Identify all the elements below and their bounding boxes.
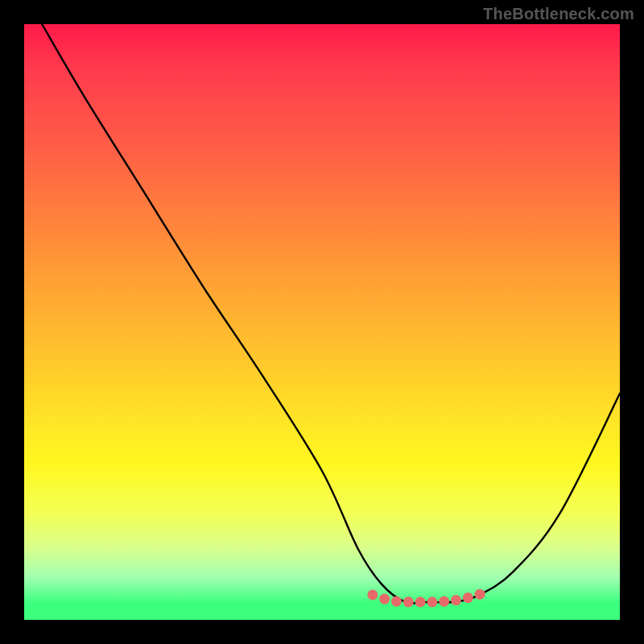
marker-group <box>367 589 485 608</box>
marker-dot <box>403 597 414 607</box>
marker-dot <box>439 597 449 607</box>
chart-svg <box>24 24 620 620</box>
marker-dot <box>367 589 378 600</box>
marker-dot <box>379 594 390 605</box>
bottleneck-curve <box>42 24 620 603</box>
plot-area <box>24 24 620 620</box>
marker-dot <box>463 592 473 603</box>
watermark-text: TheBottleneck.com <box>483 5 634 23</box>
marker-dot <box>415 597 426 607</box>
marker-dot <box>451 595 461 605</box>
marker-dot <box>475 589 485 600</box>
chart-container: TheBottleneck.com <box>0 0 644 644</box>
marker-dot <box>391 597 402 607</box>
marker-dot <box>427 597 437 607</box>
